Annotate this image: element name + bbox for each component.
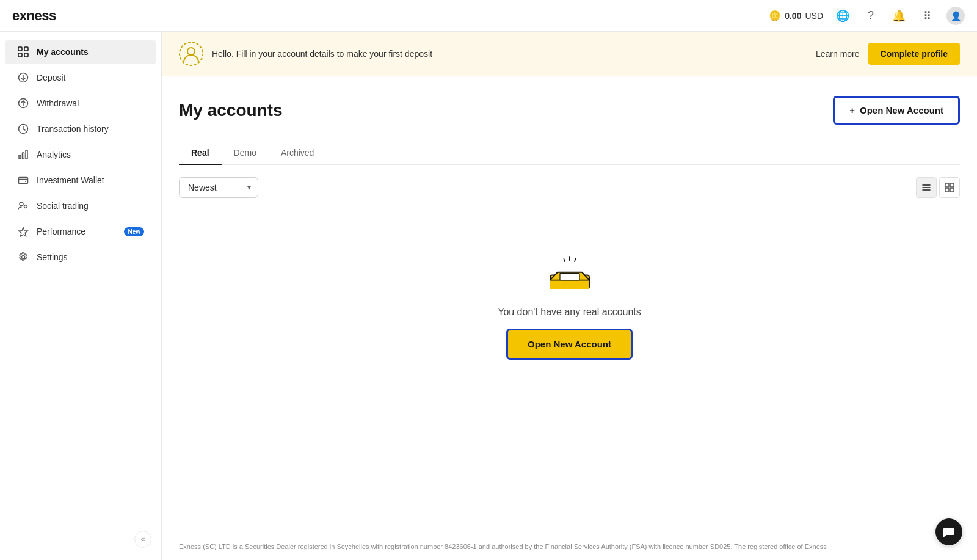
wallet-icon: 🪙: [769, 10, 781, 21]
svg-point-15: [180, 42, 203, 65]
footer-text: Exness (SC) LTD is a Securities Dealer r…: [179, 543, 827, 550]
logo: exness: [12, 8, 56, 24]
svg-rect-18: [950, 183, 954, 187]
open-new-account-center-button[interactable]: Open New Account: [506, 329, 633, 360]
balance-display: 🪙 0.00 USD: [769, 10, 823, 21]
page-content: My accounts + Open New Account Real Demo…: [162, 76, 977, 533]
sidebar-item-investment-wallet[interactable]: Investment Wallet: [5, 168, 156, 192]
account-tabs: Real Demo Archived: [179, 142, 960, 165]
page-header: My accounts + Open New Account: [179, 96, 960, 125]
sidebar-item-label: Deposit: [37, 73, 65, 82]
svg-rect-25: [550, 280, 589, 289]
svg-rect-2: [18, 53, 22, 57]
filter-row: Newest Oldest Balance ▾: [179, 177, 960, 198]
chat-icon: [942, 525, 956, 539]
grid-view-button[interactable]: [939, 177, 960, 198]
open-new-account-header-button[interactable]: + Open New Account: [833, 96, 960, 125]
help-icon[interactable]: ?: [862, 7, 879, 24]
currency-label: USD: [805, 11, 823, 21]
topnav-right: 🪙 0.00 USD 🌐 ? 🔔 ⠿ 👤: [769, 7, 965, 25]
svg-point-12: [20, 202, 23, 206]
profile-banner-icon: [179, 42, 203, 66]
sidebar-item-my-accounts[interactable]: My accounts: [5, 40, 156, 64]
sidebar-item-performance[interactable]: Performance New: [5, 219, 156, 244]
plus-icon: +: [849, 105, 855, 115]
analytics-icon: [17, 148, 29, 161]
svg-rect-7: [19, 155, 21, 159]
main-content: Hello. Fill in your account details to m…: [162, 32, 977, 560]
list-view-button[interactable]: [916, 177, 937, 198]
empty-state-message: You don't have any real accounts: [498, 307, 641, 318]
svg-rect-19: [945, 188, 949, 192]
sidebar-item-analytics[interactable]: Analytics: [5, 142, 156, 167]
sidebar-item-label: Performance: [37, 227, 85, 236]
svg-point-11: [25, 181, 26, 182]
topnav: exness 🪙 0.00 USD 🌐 ? 🔔 ⠿ 👤: [0, 0, 977, 32]
withdrawal-icon: [17, 97, 29, 109]
profile-banner: Hello. Fill in your account details to m…: [162, 32, 977, 76]
svg-point-13: [24, 205, 27, 208]
svg-rect-8: [23, 153, 24, 159]
complete-profile-button[interactable]: Complete profile: [868, 43, 960, 65]
avatar[interactable]: 👤: [946, 7, 965, 25]
deposit-icon: [17, 71, 29, 84]
chat-button[interactable]: [935, 518, 962, 545]
banner-message: Hello. Fill in your account details to m…: [212, 49, 807, 59]
sidebar-item-label: Social trading: [37, 201, 89, 211]
balance-amount: 0.00: [785, 11, 801, 21]
sidebar: My accounts Deposit Withdrawal Transacti…: [0, 32, 162, 560]
sort-select[interactable]: Newest Oldest Balance: [179, 177, 258, 198]
sidebar-item-withdrawal[interactable]: Withdrawal: [5, 91, 156, 115]
svg-rect-27: [560, 273, 579, 280]
page-title: My accounts: [179, 101, 283, 120]
sidebar-item-label: Analytics: [37, 150, 71, 159]
tab-demo[interactable]: Demo: [222, 142, 269, 165]
sidebar-item-label: Withdrawal: [37, 98, 79, 108]
globe-icon[interactable]: 🌐: [834, 7, 851, 24]
layout: My accounts Deposit Withdrawal Transacti…: [0, 32, 977, 560]
banner-actions: Learn more Complete profile: [816, 43, 960, 65]
empty-state: You don't have any real accounts Open Ne…: [179, 216, 960, 396]
svg-rect-1: [24, 47, 28, 51]
clock-icon: [17, 123, 29, 135]
sort-select-wrapper: Newest Oldest Balance ▾: [179, 177, 258, 198]
svg-point-16: [187, 48, 195, 55]
investment-wallet-icon: [17, 174, 29, 186]
collapse-icon: «: [141, 535, 145, 544]
sidebar-item-label: Investment Wallet: [37, 175, 104, 185]
empty-state-icon: [545, 253, 594, 296]
performance-icon: [17, 225, 29, 238]
view-toggle: [916, 177, 960, 198]
svg-rect-10: [19, 178, 28, 184]
svg-line-23: [575, 258, 576, 261]
sidebar-item-transaction-history[interactable]: Transaction history: [5, 117, 156, 141]
sidebar-item-label: Transaction history: [37, 124, 109, 134]
svg-point-14: [22, 256, 25, 259]
learn-more-button[interactable]: Learn more: [816, 49, 860, 59]
grid-icon: [17, 46, 29, 58]
svg-line-22: [564, 258, 565, 261]
open-account-label: Open New Account: [860, 105, 943, 115]
footer: Exness (SC) LTD is a Securities Dealer r…: [162, 533, 977, 561]
sidebar-item-social-trading[interactable]: Social trading: [5, 194, 156, 218]
new-badge: New: [124, 227, 144, 236]
tab-archived[interactable]: Archived: [269, 142, 326, 165]
sidebar-item-label: My accounts: [37, 47, 89, 57]
svg-rect-20: [950, 188, 954, 192]
svg-rect-0: [18, 47, 22, 51]
settings-icon: [17, 251, 29, 263]
grid-icon[interactable]: ⠿: [918, 7, 935, 24]
sidebar-collapse-button[interactable]: «: [134, 531, 151, 548]
svg-rect-17: [945, 183, 949, 187]
svg-rect-9: [26, 150, 27, 159]
social-trading-icon: [17, 200, 29, 212]
sidebar-item-settings[interactable]: Settings: [5, 245, 156, 269]
bell-icon[interactable]: 🔔: [890, 7, 907, 24]
sidebar-item-deposit[interactable]: Deposit: [5, 65, 156, 90]
tab-real[interactable]: Real: [179, 142, 222, 165]
svg-rect-3: [24, 53, 28, 57]
sidebar-item-label: Settings: [37, 252, 68, 262]
